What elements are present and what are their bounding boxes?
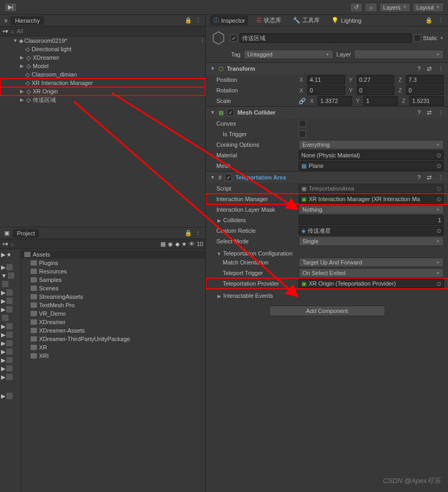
fav-item[interactable]: ▶ <box>0 322 21 330</box>
preset-icon[interactable]: ⇄ <box>427 174 432 181</box>
tree-item[interactable]: ▶◇XDreamer <box>0 53 205 62</box>
folder-item[interactable]: StreamingAssets <box>21 292 205 301</box>
interaction-manager-field[interactable]: ▣XR Interaction Manager (XR Interaction … <box>299 194 444 204</box>
search-global-icon[interactable]: ⌕ <box>365 3 377 12</box>
layers-dropdown[interactable]: Layers▼ <box>379 3 411 12</box>
help-icon[interactable]: ? <box>417 109 421 116</box>
rot-x-field[interactable]: 0 <box>307 86 345 95</box>
colliders-label[interactable]: ▶ Colliders <box>210 217 294 223</box>
folder-item[interactable]: XDreamer-Assets <box>21 326 205 335</box>
options-icon[interactable]: ⋮ <box>195 230 201 236</box>
filter2-icon[interactable]: ◉ <box>168 241 173 248</box>
fav-item[interactable]: ▶ <box>0 356 21 364</box>
fav-item[interactable]: ▶ <box>0 305 21 314</box>
rot-y-field[interactable]: 0 <box>357 86 395 95</box>
folder-item[interactable]: Plugins <box>21 259 205 267</box>
cooking-dropdown[interactable]: Everything▼ <box>299 140 444 149</box>
static-checkbox[interactable] <box>414 34 421 42</box>
reticle-field[interactable]: ◈传送准星⊙ <box>299 226 444 235</box>
transform-header[interactable]: ▼⬡Transform?⇄⋮ <box>206 63 448 74</box>
pos-z-field[interactable]: 7.3 <box>406 75 444 84</box>
teleport-trigger-dropdown[interactable]: On Select Exited▼ <box>299 268 444 278</box>
menu-icon[interactable]: ⋮ <box>438 65 444 72</box>
lock-icon[interactable]: 🔒 <box>425 17 433 24</box>
fav-item[interactable]: ▶ <box>0 392 21 400</box>
tree-item[interactable]: ◇Directional light <box>0 45 205 53</box>
tree-item[interactable]: ◇Clasroom_dimian <box>0 70 205 79</box>
tree-item[interactable]: ▶◇Model <box>0 62 205 70</box>
layout-dropdown[interactable]: Layout▼ <box>413 3 444 12</box>
colliders-count-field[interactable]: 1 <box>299 215 444 225</box>
add-dropdown-icon[interactable]: +▾ <box>2 241 8 248</box>
fav-item[interactable]: ▶ <box>0 364 21 373</box>
assets-folder[interactable]: Assets <box>21 250 205 259</box>
folder-item[interactable]: Samples <box>21 276 205 284</box>
teleport-config-label[interactable]: ▼ Teleportation Configuration <box>210 250 294 257</box>
state-tab[interactable]: ☰状态库 <box>253 15 284 25</box>
folder-item[interactable]: XDreamer <box>21 318 205 326</box>
object-name-field[interactable]: 传送区域 <box>240 33 412 43</box>
scene-row[interactable]: ▼◈Classroom0219*⋮ <box>0 36 205 45</box>
layer-mask-dropdown[interactable]: Nothing▼ <box>299 205 444 214</box>
fav-item[interactable]: ▶ <box>0 339 21 347</box>
tag-dropdown[interactable]: Untagged▼ <box>244 50 333 59</box>
scale-y-field[interactable]: 1 <box>364 96 398 106</box>
trigger-checkbox[interactable] <box>299 130 306 138</box>
scale-x-field[interactable]: 1.3372 <box>318 96 352 106</box>
menu-icon[interactable]: ⋮ <box>438 109 444 116</box>
hidden-icon[interactable]: 👁 <box>189 241 195 247</box>
add-component-button[interactable]: Add Component <box>269 306 385 316</box>
object-enabled-checkbox[interactable] <box>230 34 237 42</box>
folder-item[interactable]: Scenes <box>21 284 205 292</box>
pos-y-field[interactable]: 0.27 <box>357 75 395 84</box>
project-search-input[interactable] <box>16 241 158 247</box>
fav-item[interactable]: ▼ <box>0 271 21 280</box>
history-icon[interactable]: ↺ <box>350 3 363 12</box>
convex-checkbox[interactable] <box>299 120 306 127</box>
fav-item[interactable]: ▶★ <box>0 250 21 259</box>
preset-icon[interactable]: ⇄ <box>427 65 432 72</box>
lighting-tab[interactable]: 💡Lighting <box>328 16 365 25</box>
inspector-tab[interactable]: ⓘInspector <box>210 15 248 25</box>
options-icon[interactable]: ⋮ <box>438 17 444 24</box>
mesh-enabled-checkbox[interactable] <box>227 109 234 116</box>
folder-item[interactable]: XR <box>21 343 205 352</box>
filter4-icon[interactable]: ★ <box>182 241 187 248</box>
hierarchy-search-input[interactable] <box>16 28 203 34</box>
tree-item[interactable]: ▶◇传送区域 <box>0 96 205 104</box>
layer-dropdown[interactable]: ▼ <box>354 50 444 59</box>
filter3-icon[interactable]: ◆ <box>175 241 179 248</box>
menu-icon[interactable]: ⋮ <box>438 174 444 181</box>
match-orientation-dropdown[interactable]: Target Up And Forward▼ <box>299 258 444 267</box>
select-mode-dropdown[interactable]: Single▼ <box>299 236 444 246</box>
mesh-collider-header[interactable]: ▼▦Mesh Collider?⇄⋮ <box>206 107 448 118</box>
folder-item[interactable]: XDreamer-ThirdPartyUnityPackage <box>21 335 205 343</box>
hierarchy-tab[interactable]: Hierarchy <box>11 16 44 25</box>
help-icon[interactable]: ? <box>417 65 421 72</box>
fav-item[interactable]: ▶ <box>0 297 21 305</box>
teleport-provider-field[interactable]: ▣XR Origin (Teleportation Provider)⊙ <box>299 279 444 288</box>
folder-item[interactable]: TextMesh Pro <box>21 301 205 309</box>
interactable-events-label[interactable]: ▶ Interactable Events <box>210 292 294 299</box>
folder-item[interactable]: VR_Demo <box>21 309 205 318</box>
options-icon[interactable]: ⋮ <box>195 17 201 24</box>
fav-item[interactable] <box>0 280 21 288</box>
lock-icon[interactable]: 🔒 <box>185 230 192 236</box>
tools-tab[interactable]: 🔧工具库 <box>290 15 323 25</box>
scale-z-field[interactable]: 1.5231 <box>409 96 444 106</box>
fav-item[interactable]: ▶ <box>0 347 21 356</box>
link-icon[interactable]: 🔗 <box>299 98 306 105</box>
fav-item[interactable]: ▶ <box>0 288 21 297</box>
teleportation-header[interactable]: ▼#Teleportation Area?⇄⋮ <box>206 172 448 183</box>
teleport-enabled-checkbox[interactable] <box>225 174 232 181</box>
fav-item[interactable]: ▶ <box>0 373 21 381</box>
mesh-field[interactable]: ▦Plane⊙ <box>299 161 444 171</box>
help-icon[interactable]: ? <box>417 174 421 181</box>
add-dropdown-icon[interactable]: +▾ <box>2 28 8 35</box>
folder-item[interactable]: XRI <box>21 352 205 360</box>
tree-item-xr-origin[interactable]: ▶◇XR Origin <box>0 87 205 96</box>
filter-icon[interactable]: ▦ <box>160 241 166 248</box>
preset-icon[interactable]: ⇄ <box>427 109 432 116</box>
project-tab[interactable]: Project <box>13 229 39 238</box>
material-field[interactable]: None (Physic Material)⊙ <box>299 150 444 160</box>
